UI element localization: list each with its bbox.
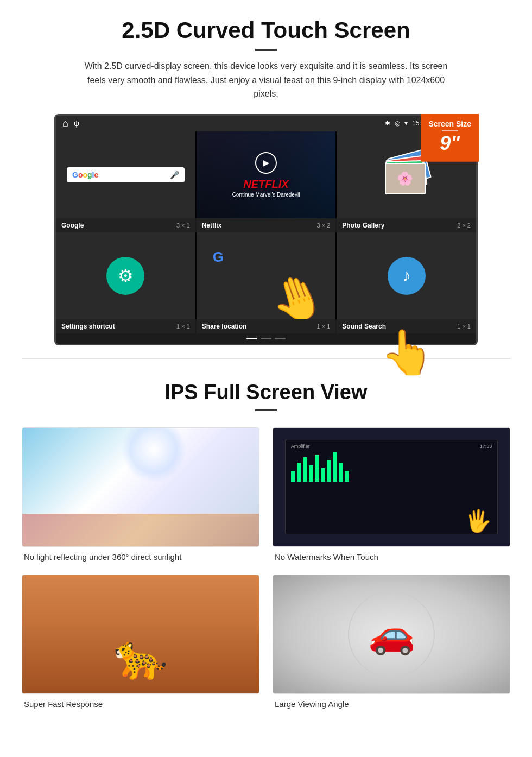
- google-app-size: 3 × 1: [176, 222, 190, 229]
- amp-bar-6: [321, 468, 325, 482]
- amp-header: Amplifier 17:33: [289, 444, 494, 449]
- section1-title: 2.5D Curved Touch Screen: [33, 17, 499, 43]
- section1-description: With 2.5D curved-display screen, this de…: [81, 59, 451, 101]
- netflix-app-name: Netflix: [202, 222, 222, 229]
- dot-3[interactable]: [275, 338, 286, 339]
- amp-bar-4: [309, 465, 313, 482]
- play-button[interactable]: ▶: [255, 152, 277, 174]
- gallery-app-size: 2 × 2: [457, 222, 471, 229]
- section1-divider: [255, 49, 277, 51]
- dot-2[interactable]: [261, 338, 271, 339]
- settings-icon: ⚙: [106, 257, 144, 295]
- section2-divider: [255, 409, 277, 411]
- settings-label: Settings shortcut 1 × 1: [56, 319, 195, 333]
- feature-viewing-angle-img: 🚗: [273, 575, 510, 694]
- amp-bar-10: [345, 471, 349, 482]
- gallery-label: Photo Gallery 2 × 2: [337, 218, 476, 232]
- status-bar: ⌂ ψ ✱ ◎ ▾ 15:06 ⊡ ◁) ⊠ ▭: [56, 116, 476, 131]
- feature-viewing-angle: 🚗 Large Viewing Angle: [273, 575, 510, 709]
- feature-fast-response-label: Super Fast Response: [22, 699, 259, 709]
- amp-hand-icon: 🖐: [465, 508, 492, 534]
- gallery-app-name: Photo Gallery: [342, 222, 384, 229]
- feature-sunlight: No light reflecting under 360° direct su…: [22, 427, 259, 562]
- cheetah-visual: 🐆: [22, 575, 259, 693]
- device-mockup: Screen Size 9" ⌂ ψ ✱ ◎ ▾ 15:06 ⊡ ◁) ⊠: [54, 114, 478, 345]
- share-location-app-cell[interactable]: G 🤚: [197, 232, 336, 319]
- amplifier-ui: Amplifier 17:33: [285, 440, 498, 534]
- netflix-label: Netflix 3 × 2: [197, 218, 336, 232]
- share-app-name: Share location: [202, 323, 247, 330]
- feature-sunlight-label: No light reflecting under 360° direct su…: [22, 552, 259, 562]
- netflix-content: ▶ NETFLIX Continue Marvel's Daredevil: [232, 152, 300, 198]
- amp-bar-1: [291, 471, 295, 482]
- car-visual: 🚗: [273, 575, 510, 693]
- hand-pointing-icon: 🤚: [263, 266, 332, 319]
- feature-watermarks-img: Amplifier 17:33: [273, 427, 510, 547]
- feature-sunlight-img: [22, 427, 259, 547]
- netflix-subtitle: Continue Marvel's Daredevil: [232, 192, 300, 198]
- amp-bar-5: [315, 455, 319, 482]
- section-curved-screen: 2.5D Curved Touch Screen With 2.5D curve…: [0, 0, 532, 358]
- home-icon[interactable]: ⌂: [62, 118, 68, 129]
- google-app-name: Google: [61, 222, 84, 229]
- photo-card-main: 🌸: [385, 163, 426, 194]
- amp-bar-9: [339, 463, 343, 482]
- amp-bar-3: [303, 457, 307, 482]
- netflix-app-size: 3 × 2: [317, 222, 331, 229]
- feature-grid: No light reflecting under 360° direct su…: [22, 427, 510, 709]
- bluetooth-icon: ✱: [385, 119, 390, 127]
- amplifier-visual: Amplifier 17:33: [273, 428, 510, 546]
- device-screen: ⌂ ψ ✱ ◎ ▾ 15:06 ⊡ ◁) ⊠ ▭: [54, 114, 478, 345]
- share-label: Share location 1 × 1: [197, 319, 336, 333]
- sound-search-icon: ♪: [388, 257, 426, 295]
- sound-app-name: Sound Search: [342, 323, 386, 330]
- google-search-bar[interactable]: Google 🎤: [67, 167, 185, 182]
- badge-title: Screen Size: [428, 119, 471, 128]
- location-icon: ◎: [395, 119, 400, 127]
- cheetah-icon: 🐆: [113, 632, 168, 683]
- netflix-app-cell[interactable]: ▶ NETFLIX Continue Marvel's Daredevil: [197, 131, 336, 218]
- badge-divider: [442, 130, 458, 131]
- section2-title: IPS Full Screen View: [22, 381, 510, 404]
- google-label: Google 3 × 1: [56, 218, 195, 232]
- status-left: ⌂ ψ: [62, 118, 79, 129]
- google-app-cell[interactable]: Google 🎤: [56, 131, 195, 218]
- car-icon: 🚗: [368, 612, 415, 657]
- share-app-size: 1 × 1: [317, 323, 331, 330]
- hand-pointer-icon: 👆: [380, 328, 434, 376]
- wifi-icon: ▾: [404, 119, 408, 127]
- app-grid-row1: Google 🎤 ▶ NETFLIX Continue Marvel's Dar…: [56, 131, 476, 218]
- sound-search-app-cell[interactable]: ♪: [337, 232, 476, 319]
- netflix-logo: NETFLIX: [232, 178, 300, 191]
- settings-app-name: Settings shortcut: [61, 323, 115, 330]
- amp-bars: [289, 451, 494, 484]
- google-maps-logo: G: [213, 249, 224, 266]
- settings-app-cell[interactable]: ⚙: [56, 232, 195, 319]
- microphone-icon[interactable]: 🎤: [170, 171, 179, 179]
- screen-size-badge: Screen Size 9": [421, 114, 479, 162]
- app-grid-row2: ⚙ G 🤚 ♪: [56, 232, 476, 319]
- car-top-view-circle: 🚗: [348, 591, 435, 678]
- section-ips-screen: IPS Full Screen View No light reflecting…: [0, 359, 532, 725]
- amp-bar-2: [297, 463, 301, 482]
- settings-app-size: 1 × 1: [176, 323, 190, 330]
- flower-icon: 🌸: [386, 164, 425, 193]
- amp-bar-8: [333, 452, 337, 482]
- hand-pointer-wrapper: 👆: [380, 327, 434, 378]
- google-logo: Google: [72, 171, 98, 179]
- feature-fast-response-img: 🐆: [22, 575, 259, 694]
- feature-watermarks: Amplifier 17:33: [273, 427, 510, 562]
- sound-app-size: 1 × 1: [457, 323, 471, 330]
- app-labels-row1: Google 3 × 1 Netflix 3 × 2 Photo Gallery…: [56, 218, 476, 232]
- dot-1[interactable]: [246, 338, 257, 339]
- feature-watermarks-label: No Watermarks When Touch: [273, 552, 510, 562]
- badge-size: 9": [428, 134, 471, 153]
- feature-viewing-angle-label: Large Viewing Angle: [273, 699, 510, 709]
- feature-fast-response: 🐆 Super Fast Response: [22, 575, 259, 709]
- usb-icon: ψ: [74, 119, 79, 128]
- sunlight-visual: [22, 428, 259, 546]
- amp-bar-7: [327, 460, 331, 482]
